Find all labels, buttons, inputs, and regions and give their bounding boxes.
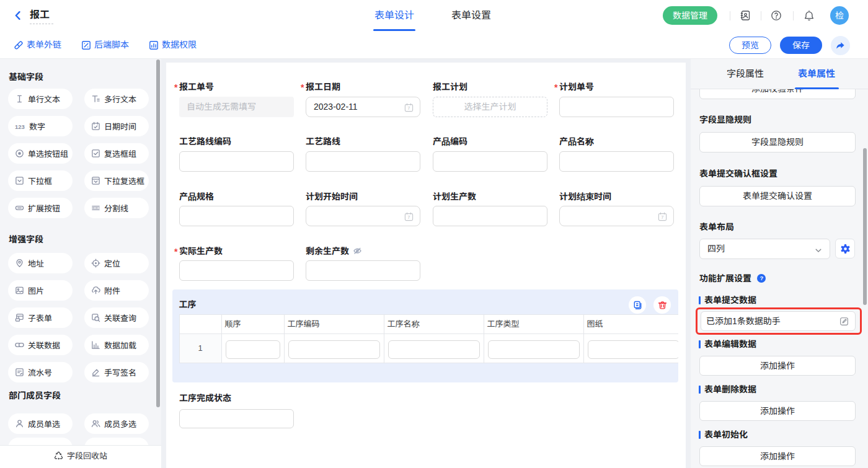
svg-text:123: 123 xyxy=(15,123,25,130)
svg-text:7: 7 xyxy=(661,214,663,220)
svg-text:7: 7 xyxy=(407,214,410,220)
svg-text:7: 7 xyxy=(407,105,410,111)
svg-text:?: ? xyxy=(760,275,763,281)
